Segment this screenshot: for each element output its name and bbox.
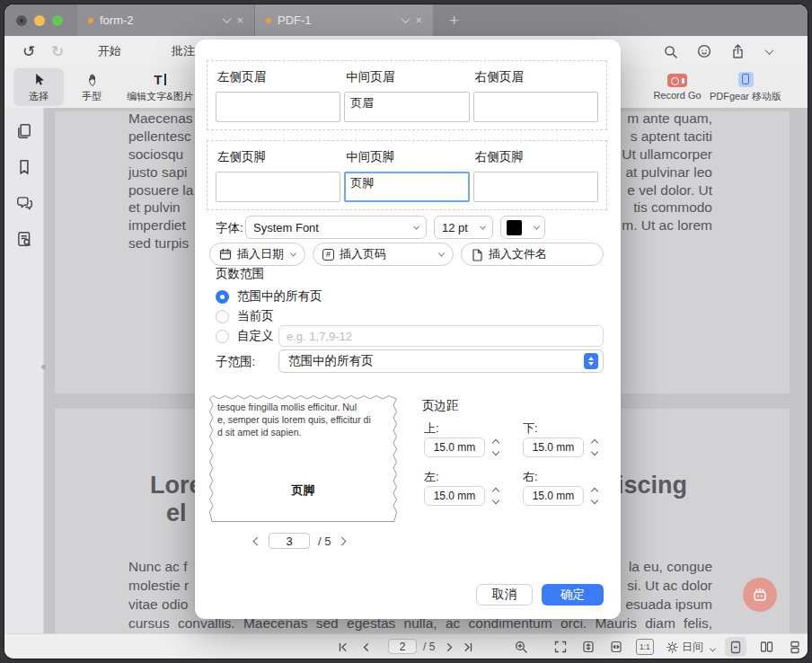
theme-label[interactable]: 日间 — [682, 639, 703, 655]
search-icon[interactable] — [663, 36, 678, 66]
edit-text-icon: T — [154, 71, 166, 87]
hand-icon — [84, 72, 100, 87]
tab-chevron-down-icon[interactable] — [402, 14, 410, 23]
page-thumbnails-icon[interactable] — [15, 122, 33, 140]
day-mode-sun-icon[interactable] — [666, 639, 678, 655]
header-left-input[interactable] — [216, 92, 340, 122]
preview-prev-icon[interactable] — [253, 536, 262, 545]
insert-page-number-button[interactable]: # 插入页码 — [313, 243, 454, 266]
font-family-select[interactable]: System Font — [245, 216, 427, 239]
subrange-select[interactable]: 范围中的所有页 — [278, 349, 604, 373]
fit-height-icon[interactable] — [582, 639, 595, 655]
tab-form-2[interactable]: form-2 × — [77, 4, 255, 36]
bookmarks-icon[interactable] — [15, 158, 33, 176]
undo-icon[interactable]: ↺ — [22, 36, 35, 66]
page-total: / 5 — [423, 639, 435, 655]
color-swatch — [507, 220, 522, 235]
theme-chevron-down-icon[interactable] — [710, 641, 715, 658]
app-window: form-2 × PDF-1 × + ↺ ↻ 开始 批注 — [4, 4, 808, 659]
margin-right-input[interactable] — [523, 486, 584, 506]
preview-text: tesque fringilla mollis efficitur. Nul e… — [217, 401, 389, 440]
margin-left-input[interactable] — [424, 486, 485, 506]
zoom-window-button[interactable] — [52, 15, 63, 26]
insert-date-button[interactable]: 插入日期 — [209, 243, 305, 266]
calendar-icon — [219, 248, 232, 261]
radio-icon[interactable] — [216, 330, 229, 343]
range-all-pages-option[interactable]: 范围中的所有页 — [216, 289, 322, 304]
footer-right-input[interactable] — [473, 172, 598, 202]
close-window-button[interactable] — [16, 15, 27, 26]
assistant-robot-button[interactable] — [743, 578, 777, 612]
collapse-toolbar-chevron-icon[interactable] — [766, 36, 772, 66]
footer-right-label: 右侧页脚 — [475, 149, 598, 165]
font-color-select[interactable] — [500, 216, 545, 239]
ok-button[interactable]: 确定 — [542, 584, 604, 606]
margin-bottom-input[interactable] — [523, 438, 584, 457]
cursor-icon — [31, 72, 46, 87]
share-icon[interactable] — [730, 36, 746, 66]
edit-text-image-button[interactable]: T 编辑文字&图片 — [119, 68, 200, 106]
pdfgear-mobile-label: PDFgear 移动版 — [710, 90, 781, 103]
footer-center-label: 中间页脚 — [346, 149, 469, 165]
margin-top-stepper[interactable] — [490, 438, 501, 457]
margin-right-stepper[interactable] — [589, 486, 600, 506]
margin-bottom-stepper[interactable] — [589, 438, 600, 457]
radio-icon[interactable] — [216, 310, 229, 323]
preview-footer-text: 页脚 — [209, 482, 397, 499]
current-page-input[interactable] — [388, 639, 417, 654]
last-page-icon[interactable] — [463, 639, 473, 655]
next-page-icon[interactable] — [445, 639, 455, 655]
hand-tool-label: 手型 — [82, 90, 102, 103]
margin-top-input[interactable] — [424, 438, 485, 457]
tab-pdf-1[interactable]: PDF-1 × — [255, 4, 433, 36]
record-go-label: Record Go — [653, 90, 701, 101]
actual-size-icon[interactable]: 1:1 — [636, 639, 654, 655]
panel-handle-dot[interactable] — [41, 365, 46, 369]
menu-tab-annotate[interactable]: 批注 — [172, 36, 195, 66]
tab-close-icon[interactable]: × — [236, 13, 243, 27]
unsaved-dot-icon — [266, 18, 271, 23]
first-page-icon[interactable] — [338, 639, 348, 655]
hand-tool-button[interactable]: 手型 — [67, 68, 116, 106]
range-custom-option[interactable]: 自定义 — [216, 329, 274, 343]
range-current-page-option[interactable]: 当前页 — [216, 309, 274, 323]
tab-chevron-down-icon[interactable] — [223, 14, 232, 23]
header-center-input[interactable]: 页眉 — [344, 92, 469, 122]
insert-filename-button[interactable]: 插入文件名 — [461, 243, 604, 266]
select-tool-button[interactable]: 选择 — [13, 68, 64, 106]
preview-next-icon[interactable] — [338, 536, 347, 545]
header-right-input[interactable] — [473, 92, 598, 122]
font-size-select[interactable]: 12 pt — [434, 216, 493, 239]
fit-page-icon[interactable] — [554, 639, 567, 655]
header-right-label: 右侧页眉 — [475, 69, 598, 85]
cancel-button[interactable]: 取消 — [476, 584, 533, 606]
menu-tab-start[interactable]: 开始 — [98, 36, 121, 66]
custom-range-input[interactable] — [278, 325, 604, 347]
footer-center-input[interactable]: 页脚 — [344, 172, 469, 202]
radio-selected-icon[interactable] — [216, 290, 229, 304]
chevron-down-icon — [290, 250, 296, 256]
record-go-button[interactable]: Record Go — [648, 68, 707, 106]
comments-icon[interactable] — [15, 194, 33, 212]
search-document-icon[interactable] — [15, 230, 33, 248]
new-tab-button[interactable]: + — [449, 11, 459, 31]
minimize-window-button[interactable] — [34, 15, 45, 26]
margin-left-stepper[interactable] — [490, 486, 501, 506]
left-sidebar — [4, 108, 44, 633]
support-icon[interactable] — [696, 36, 712, 66]
document-tabs: form-2 × PDF-1 × — [77, 4, 433, 36]
pdfgear-mobile-button[interactable]: PDFgear 移动版 — [706, 68, 785, 106]
tab-close-icon[interactable]: × — [415, 13, 422, 27]
zoom-icon[interactable] — [515, 639, 527, 655]
preview-page-input[interactable] — [269, 533, 310, 549]
redo-icon[interactable]: ↻ — [51, 36, 64, 66]
previous-page-icon[interactable] — [361, 639, 371, 655]
two-page-view-button[interactable] — [755, 637, 777, 657]
tab-label: form-2 — [100, 13, 217, 27]
continuous-view-button[interactable] — [784, 637, 806, 657]
footer-left-input[interactable] — [216, 172, 340, 202]
fit-width-icon[interactable] — [610, 639, 622, 655]
footer-group: 左侧页脚 中间页脚 页脚 右侧页脚 — [207, 140, 607, 210]
single-page-view-button[interactable] — [725, 637, 746, 657]
preview-page-total: / 5 — [318, 535, 331, 548]
